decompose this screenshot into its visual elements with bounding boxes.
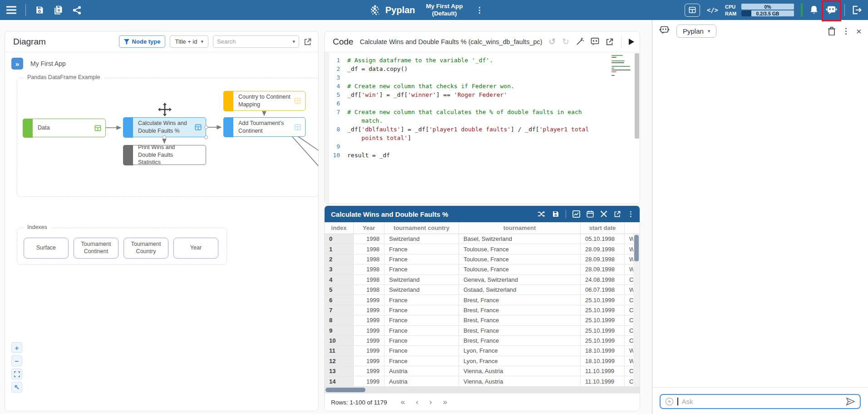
index-node[interactable]: Surface [24,238,69,259]
logout-icon[interactable] [852,5,862,15]
table-cell[interactable]: 1999 [354,366,385,376]
table-cell[interactable]: C [625,275,634,284]
table-cell[interactable]: Austria [385,376,459,386]
grid-view-toggle[interactable] [685,4,700,17]
table-cell[interactable]: W [625,234,634,244]
table-row[interactable]: 71999FranceBrest, France25.10.1999C [325,305,640,315]
save-all-icon[interactable] [53,5,63,15]
table-cell[interactable]: 24.08.1998 [581,275,625,284]
node-type-filter-button[interactable]: Node type [119,35,166,48]
table-cell[interactable]: 5 [325,285,354,294]
table-cell[interactable]: France [385,305,459,315]
next-page-button[interactable]: › [429,398,432,407]
table-cell[interactable]: Brest, France [459,336,581,345]
table-cell[interactable]: C [625,336,634,345]
column-header[interactable]: tournament country [385,222,459,234]
model-selector-dropdown[interactable]: Pyplan ▾ [676,25,716,38]
column-header[interactable]: index [325,222,354,234]
table-cell[interactable]: 8 [325,315,354,325]
calendar-icon[interactable] [587,210,594,218]
table-cell[interactable]: W [625,285,634,294]
index-node[interactable]: Tournament Continent [74,238,118,259]
table-cell[interactable]: 28.09.1998 [581,244,625,254]
table-cell[interactable]: 25.10.1999 [581,295,625,304]
editor-scrollbar[interactable] [635,53,639,139]
table-cell[interactable]: 10 [325,336,354,345]
table-row[interactable]: 111999FranceLyon, France18.10.1999W [325,346,640,356]
table-row[interactable]: 01998SwitzerlandBasel, Switzerland05.10.… [325,234,640,244]
table-cell[interactable]: 1999 [354,356,385,366]
table-row[interactable]: 51998SwitzerlandGstaad, Switzerland06.07… [325,285,640,295]
selection-handle[interactable] [204,125,208,129]
display-mode-dropdown[interactable]: Title + id ▾ [170,35,208,48]
diagram-node-country-mapping[interactable]: Country to ContinentMapping [223,91,306,111]
table-cell[interactable]: 1999 [354,346,385,355]
table-cell[interactable]: 1998 [354,234,385,244]
table-cell[interactable]: 18.10.1999 [581,356,625,366]
table-cell[interactable]: France [385,326,459,335]
table-cell[interactable]: W [625,264,634,274]
table-row[interactable]: 121999FranceLyon, France18.10.1999W [325,356,640,366]
table-cell[interactable]: Switzerland [385,285,459,294]
column-header[interactable]: tournament [459,222,581,234]
redo-icon[interactable]: ↻ [562,36,569,47]
console-comment-icon[interactable] [591,37,599,46]
table-cell[interactable]: 1999 [354,295,385,304]
table-cell[interactable]: 9 [325,326,354,335]
prev-page-button[interactable]: ‹ [416,398,419,407]
diagram-node-data[interactable]: Data [23,119,106,137]
reset-view-button[interactable]: ↖ [11,382,22,393]
table-cell[interactable]: 1998 [354,254,385,264]
table-cell[interactable]: C [625,326,634,335]
table-cell[interactable]: 25.10.1999 [581,315,625,325]
table-cell[interactable]: 18.10.1999 [581,346,625,355]
table-cell[interactable]: C [625,295,634,304]
table-cell[interactable]: Toulouse, France [459,264,581,274]
table-cell[interactable]: Lyon, France [459,346,581,355]
scrollbar-thumb[interactable] [326,388,365,392]
attach-plus-icon[interactable] [665,397,674,406]
table-cell[interactable]: Brest, France [459,295,581,304]
table-cell[interactable]: 1998 [354,275,385,284]
table-cell[interactable]: 4 [325,275,354,284]
index-node[interactable]: Tournament Country [123,238,168,259]
chevron-down-icon[interactable]: ▾ [292,39,295,45]
close-icon[interactable]: × [856,26,862,36]
first-page-button[interactable]: « [401,398,405,407]
table-cell[interactable]: 12 [325,356,354,366]
table-cell[interactable]: W [625,356,634,366]
table-cell[interactable]: Basel, Switzerland [459,234,581,244]
table-cell[interactable]: 25.10.1999 [581,336,625,345]
app-menu-kebab-icon[interactable]: ⋮ [474,5,485,15]
table-cell[interactable]: Brest, France [459,305,581,315]
hamburger-menu-icon[interactable] [6,6,16,14]
fit-view-button[interactable] [11,369,22,379]
selection-handle[interactable] [163,135,166,139]
open-external-icon[interactable] [304,38,312,46]
column-header[interactable]: start date [581,222,625,234]
zoom-out-button[interactable]: − [11,355,22,366]
table-cell[interactable]: 11 [325,346,354,355]
last-page-button[interactable]: » [443,398,447,407]
search-input[interactable] [217,38,292,45]
table-row[interactable]: 81999FranceBrest, France25.10.1999C [325,315,640,325]
table-menu-kebab-icon[interactable]: ⋮ [627,210,634,218]
table-row[interactable]: 41998SwitzerlandGeneva, Switzerland24.08… [325,275,640,285]
table-cell[interactable]: Geneva, Switzerland [459,275,581,284]
table-row[interactable]: 91999FranceBrest, France25.10.1999C [325,326,640,336]
table-cell[interactable]: France [385,315,459,325]
open-external-icon[interactable] [614,210,621,218]
table-cell[interactable]: 28.09.1998 [581,254,625,264]
table-cell[interactable]: France [385,254,459,264]
table-cell[interactable]: C [625,376,634,386]
table-cell[interactable]: Lyon, France [459,356,581,366]
diagram-node-add-continent[interactable]: Add Tournament'sContinent [223,117,306,137]
table-cell[interactable]: 28.09.1998 [581,264,625,274]
table-cell[interactable]: 1999 [354,326,385,335]
table-cell[interactable]: C [625,366,634,376]
table-cell[interactable]: 1998 [354,264,385,274]
run-code-button[interactable] [629,39,634,45]
table-cell[interactable]: 2 [325,254,354,264]
table-row[interactable]: 131999AustriaVienna, Austria11.10.1999C [325,366,640,376]
ask-input[interactable] [682,398,843,405]
